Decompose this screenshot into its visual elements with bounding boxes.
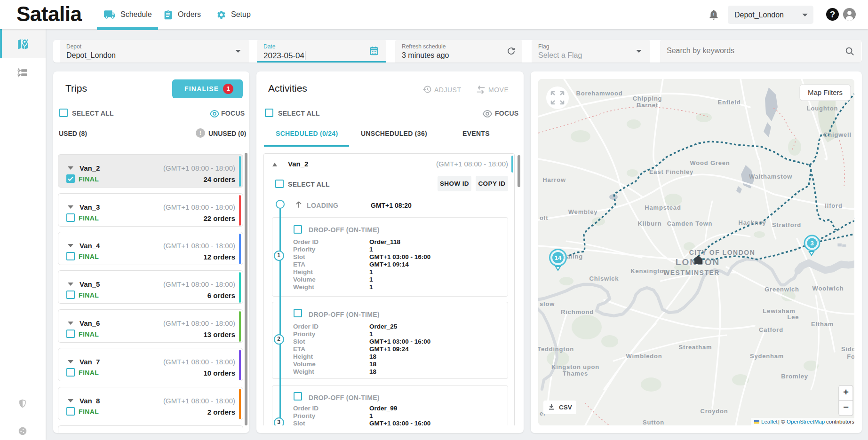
svg-text:Kensington: Kensington — [630, 267, 668, 275]
svg-text:Harrow: Harrow — [542, 176, 566, 183]
svg-text:!: ! — [713, 11, 714, 16]
svg-text:Camden Town: Camden Town — [667, 220, 713, 227]
svg-text:Stratford: Stratford — [772, 221, 801, 228]
svg-text:Lee: Lee — [788, 314, 799, 321]
svg-text:WESTMINSTER: WESTMINSTER — [663, 269, 720, 276]
svg-text:Thames: Thames — [563, 370, 588, 377]
svg-text:Croydon: Croydon — [700, 408, 728, 415]
svg-text:Chigwell: Chigwell — [823, 131, 852, 138]
svg-text:Greenwich: Greenwich — [764, 286, 799, 293]
svg-text:Woolwich: Woolwich — [812, 285, 844, 292]
svg-text:Chipping: Chipping — [633, 95, 662, 102]
svg-text:Hackney: Hackney — [738, 219, 766, 226]
svg-text:Streatham: Streatham — [679, 344, 712, 351]
svg-text:Eltham: Eltham — [811, 321, 834, 328]
svg-text:olt: olt — [540, 214, 548, 221]
svg-text:Enfield: Enfield — [718, 99, 741, 106]
svg-text:East Finchley: East Finchley — [649, 168, 693, 175]
svg-text:Sidcup: Sidcup — [841, 346, 854, 353]
svg-text:OpenStreetMap: OpenStreetMap — [787, 419, 825, 424]
svg-text:Walthamstow: Walthamstow — [749, 173, 792, 180]
svg-text:Richmond: Richmond — [561, 308, 594, 315]
svg-text:Map Filters: Map Filters — [808, 88, 843, 96]
svg-text:|: | — [778, 419, 780, 424]
svg-text:Leaflet: Leaflet — [761, 419, 778, 424]
svg-text:14: 14 — [555, 254, 562, 261]
svg-text:Teddington: Teddington — [538, 346, 574, 353]
svg-text:Wembley: Wembley — [568, 208, 597, 215]
svg-text:Catford: Catford — [759, 326, 783, 333]
svg-text:Ilford: Ilford — [825, 202, 842, 209]
svg-text:contributors: contributors — [826, 419, 854, 424]
svg-text:Sutton: Sutton — [643, 419, 664, 425]
svg-text:+: + — [843, 387, 849, 397]
svg-text:Foots: Foots — [847, 353, 854, 360]
svg-text:Bromley: Bromley — [781, 373, 808, 380]
svg-text:Hampstead: Hampstead — [645, 204, 681, 211]
svg-text:Sydenham: Sydenham — [750, 353, 784, 360]
svg-text:Kilburn: Kilburn — [637, 220, 661, 227]
svg-text:Loughton: Loughton — [807, 105, 838, 112]
svg-text:Borehamwood: Borehamwood — [576, 90, 622, 97]
svg-text:©: © — [781, 419, 785, 424]
svg-text:Chiswick: Chiswick — [589, 275, 619, 282]
svg-text:−: − — [843, 402, 849, 412]
svg-text:CSV: CSV — [559, 404, 572, 411]
svg-text:Barnet: Barnet — [637, 102, 658, 109]
svg-text:CITY OF LONDON: CITY OF LONDON — [689, 249, 756, 256]
svg-text:Kingston upon: Kingston upon — [551, 363, 599, 370]
svg-text:Wimbledon: Wimbledon — [626, 353, 662, 360]
svg-text:slow: slow — [540, 300, 555, 307]
svg-text:3: 3 — [810, 240, 813, 247]
svg-text:Wood Green: Wood Green — [690, 159, 730, 166]
